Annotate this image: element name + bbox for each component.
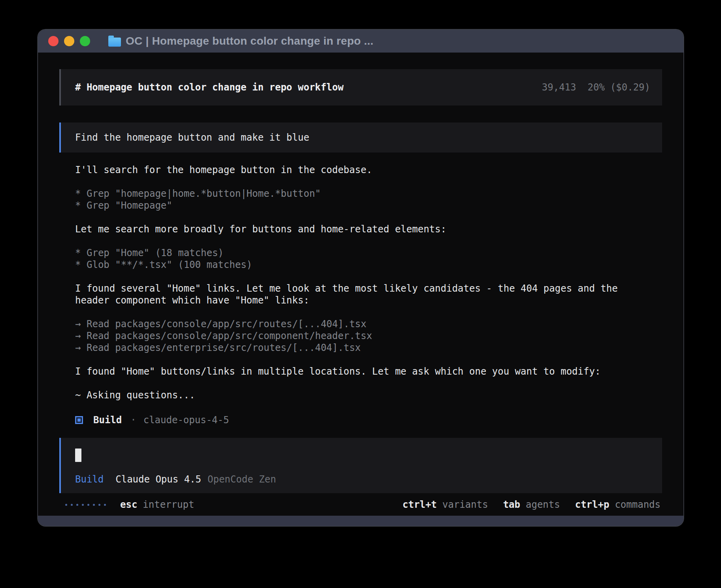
provider-label: OpenCode Zen (208, 473, 276, 485)
arrow-right-icon: → (75, 342, 87, 354)
tool-call-grep: *Grep "homepage|home.*button|Home.*butto… (75, 188, 662, 200)
arrow-right-icon: → (75, 318, 87, 330)
activity-status: ~ Asking questions... (75, 389, 662, 401)
title-group: OC | Homepage button color change in rep… (108, 35, 374, 47)
assistant-paragraph: header component which have "Home" links… (75, 294, 662, 306)
tool-call-grep: *Grep "Home" (18 matches) (75, 247, 662, 259)
asterisk-icon: * (75, 247, 87, 259)
tool-call-glob: *Glob "**/*.tsx" (100 matches) (75, 259, 662, 271)
shortcut-agents: tab agents (503, 499, 560, 510)
asterisk-icon: * (75, 200, 87, 211)
shortcut-variants: ctrl+t variants (402, 499, 488, 510)
context-percent: 20% (587, 82, 604, 93)
interrupt-label: interrupt (143, 499, 194, 510)
session-cost: ($0.29) (610, 82, 650, 93)
desktop: OC | Homepage button color change in rep… (0, 0, 721, 588)
assistant-paragraph: I found "Home" buttons/links in multiple… (75, 366, 662, 377)
assistant-paragraph: Let me search more broadly for buttons a… (75, 223, 662, 235)
status-right: ctrl+t variants tab agents ctrl+p comman… (402, 499, 661, 510)
folder-icon (108, 38, 121, 47)
titlebar: OC | Homepage button color change in rep… (38, 30, 683, 53)
session-header: # Homepage button color change in repo w… (59, 69, 662, 106)
agent-model: claude-opus-4-5 (143, 415, 229, 426)
close-button[interactable] (48, 36, 59, 46)
input-footer: Build Claude Opus 4.5 OpenCode Zen (75, 473, 650, 485)
conversation: I'll search for the homepage button in t… (59, 164, 662, 427)
prompt-input[interactable]: Build Claude Opus 4.5 OpenCode Zen (59, 438, 662, 493)
asterisk-icon: * (75, 188, 87, 200)
window-title: OC | Homepage button color change in rep… (126, 35, 374, 47)
shortcut-commands: ctrl+p commands (575, 499, 661, 510)
session-title: # Homepage button color change in repo w… (75, 82, 344, 93)
text-cursor (75, 449, 81, 462)
agent-row: Build · claude-opus-4-5 (75, 413, 662, 427)
status-left: esc interrupt (65, 499, 194, 510)
window-bottom-strip (38, 516, 683, 526)
user-message: Find the homepage button and make it blu… (59, 122, 662, 153)
window-controls (48, 36, 90, 46)
tool-call-read: →Read packages/enterprise/src/routes/[..… (75, 342, 662, 354)
minimize-button[interactable] (64, 36, 74, 46)
fullscreen-button[interactable] (80, 36, 90, 46)
tool-call-read: →Read packages/console/app/src/routes/[.… (75, 318, 662, 330)
esc-key-hint: esc (120, 499, 137, 510)
assistant-paragraph: I found several "Home" links. Let me loo… (75, 283, 662, 294)
active-model-label: Claude Opus 4.5 (115, 473, 201, 485)
spinner-icon (65, 504, 106, 506)
user-message-text: Find the homepage button and make it blu… (75, 132, 309, 143)
tool-call-read: →Read packages/console/app/src/component… (75, 330, 662, 342)
build-agent-icon (75, 416, 83, 424)
terminal-content: # Homepage button color change in repo w… (38, 53, 683, 516)
asterisk-icon: * (75, 259, 87, 271)
session-stats: 39,413 20% ($0.29) (542, 82, 650, 93)
arrow-right-icon: → (75, 330, 87, 342)
assistant-paragraph: I'll search for the homepage button in t… (75, 164, 662, 176)
terminal-window: OC | Homepage button color change in rep… (38, 30, 683, 526)
dot-separator: · (130, 415, 136, 426)
status-bar: esc interrupt ctrl+t variants tab agents… (59, 498, 662, 511)
active-agent-label: Build (75, 473, 104, 485)
token-count: 39,413 (542, 82, 576, 93)
agent-name: Build (93, 415, 122, 426)
tool-call-grep: *Grep "Homepage" (75, 200, 662, 211)
